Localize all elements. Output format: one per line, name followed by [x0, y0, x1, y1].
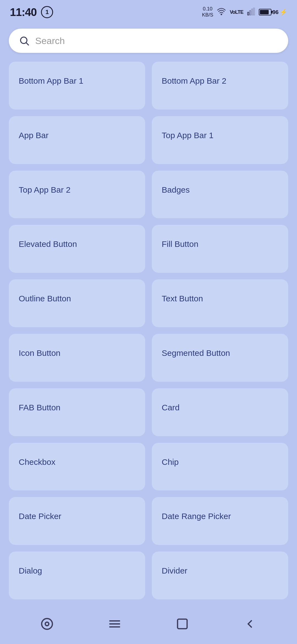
- grid-item-label-date-picker: Date Picker: [19, 511, 61, 522]
- back-nav-button[interactable]: [243, 617, 257, 631]
- grid-item-icon-button[interactable]: Icon Button: [9, 334, 145, 382]
- grid-item-label-top-app-bar-1: Top App Bar 1: [162, 130, 213, 141]
- status-bar: 11:40 1 0.10KB/S VoLTE: [0, 0, 297, 22]
- grid-item-label-badges: Badges: [162, 184, 190, 195]
- grid-item-label-outline-button: Outline Button: [19, 293, 71, 304]
- battery-icon: 96 ⚡: [259, 9, 287, 16]
- grid-item-fab-button[interactable]: FAB Button: [9, 388, 145, 436]
- grid-item-segmented-button[interactable]: Segmented Button: [152, 334, 288, 382]
- notification-badge: 1: [41, 6, 53, 18]
- grid-container: Bottom App Bar 1Bottom App Bar 2App BarT…: [0, 59, 297, 608]
- grid-item-label-checkbox: Checkbox: [19, 457, 55, 467]
- grid-item-label-icon-button: Icon Button: [19, 348, 61, 358]
- grid-item-label-bottom-app-bar-2: Bottom App Bar 2: [162, 75, 226, 86]
- grid-item-label-fill-button: Fill Button: [162, 239, 198, 249]
- status-left: 11:40 1: [10, 6, 53, 18]
- search-container: Search: [0, 22, 297, 59]
- svg-point-0: [221, 14, 222, 15]
- signal-icon: [247, 8, 255, 17]
- grid-item-top-app-bar-1[interactable]: Top App Bar 1: [152, 116, 288, 164]
- volte-icon: VoLTE: [230, 9, 243, 15]
- grid-item-label-chip: Chip: [162, 457, 179, 467]
- grid-item-bottom-app-bar-2[interactable]: Bottom App Bar 2: [152, 62, 288, 110]
- grid-item-label-dialog: Dialog: [19, 565, 42, 576]
- grid-item-elevated-button[interactable]: Elevated Button: [9, 225, 145, 273]
- svg-rect-2: [249, 10, 251, 15]
- grid-item-label-date-range-picker: Date Range Picker: [162, 511, 231, 522]
- grid-item-label-top-app-bar-2: Top App Bar 2: [19, 184, 70, 195]
- svg-line-6: [26, 43, 29, 45]
- grid-item-label-fab-button: FAB Button: [19, 402, 61, 413]
- grid-item-chip[interactable]: Chip: [152, 443, 288, 491]
- grid-item-card[interactable]: Card: [152, 388, 288, 436]
- grid-item-date-picker[interactable]: Date Picker: [9, 497, 145, 545]
- grid-item-label-segmented-button: Segmented Button: [162, 348, 230, 358]
- status-right: 0.10KB/S VoLTE: [202, 6, 287, 18]
- grid-item-date-range-picker[interactable]: Date Range Picker: [152, 497, 288, 545]
- grid-item-label-app-bar: App Bar: [19, 130, 48, 141]
- search-icon: [19, 35, 30, 46]
- square-nav-button[interactable]: [175, 617, 189, 631]
- battery-level: 96: [273, 9, 279, 15]
- circle-nav-button[interactable]: [40, 617, 54, 631]
- svg-point-8: [45, 622, 49, 626]
- svg-point-5: [21, 37, 27, 43]
- svg-rect-1: [248, 12, 249, 15]
- search-bar[interactable]: Search: [9, 29, 288, 53]
- svg-rect-12: [178, 619, 187, 629]
- bottom-nav: [0, 608, 297, 644]
- grid-item-bottom-app-bar-1[interactable]: Bottom App Bar 1: [9, 62, 145, 110]
- grid-item-label-card: Card: [162, 402, 180, 413]
- grid-item-label-elevated-button: Elevated Button: [19, 239, 77, 249]
- svg-rect-4: [253, 8, 255, 15]
- search-placeholder[interactable]: Search: [35, 36, 278, 46]
- charging-icon: ⚡: [280, 9, 287, 16]
- menu-nav-button[interactable]: [108, 617, 122, 631]
- grid-item-checkbox[interactable]: Checkbox: [9, 443, 145, 491]
- grid-item-divider[interactable]: Divider: [152, 552, 288, 599]
- grid-item-fill-button[interactable]: Fill Button: [152, 225, 288, 273]
- grid-item-outline-button[interactable]: Outline Button: [9, 279, 145, 327]
- wifi-icon: [217, 8, 226, 17]
- svg-rect-3: [251, 9, 253, 15]
- status-time: 11:40: [10, 6, 37, 18]
- grid-item-top-app-bar-2[interactable]: Top App Bar 2: [9, 171, 145, 219]
- grid-item-label-divider: Divider: [162, 565, 187, 576]
- grid-item-badges[interactable]: Badges: [152, 171, 288, 219]
- svg-point-7: [42, 619, 53, 629]
- data-speed: 0.10KB/S: [202, 6, 213, 18]
- grid-item-label-bottom-app-bar-1: Bottom App Bar 1: [19, 75, 83, 86]
- grid-item-dialog[interactable]: Dialog: [9, 552, 145, 599]
- grid-item-text-button[interactable]: Text Button: [152, 279, 288, 327]
- grid-item-app-bar[interactable]: App Bar: [9, 116, 145, 164]
- grid-item-label-text-button: Text Button: [162, 293, 203, 304]
